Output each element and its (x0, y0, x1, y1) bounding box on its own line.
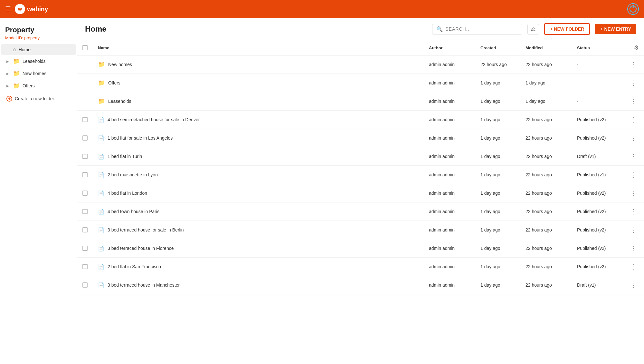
document-icon: 📄 (98, 209, 104, 215)
row-action-menu-button[interactable]: ⋮ (629, 207, 639, 216)
row-checkbox[interactable] (82, 282, 88, 288)
row-modified-cell: 22 hours ago (520, 258, 572, 276)
filter-button[interactable]: ⚖ (527, 24, 539, 34)
row-action-menu-button[interactable]: ⋮ (629, 244, 639, 253)
row-actions-cell: ⋮ (623, 276, 644, 294)
select-all-header (77, 40, 93, 55)
row-checkbox[interactable] (82, 246, 88, 251)
sidebar-item-label: Offers (23, 83, 35, 88)
table-row: 📁 Leaseholds admin admin 1 day ago 1 day… (77, 92, 644, 111)
create-new-folder-button[interactable]: + Create a new folder (1, 93, 76, 104)
col-header-created[interactable]: Created (475, 40, 520, 55)
row-author-cell: admin admin (424, 202, 475, 221)
row-author-cell: admin admin (424, 166, 475, 184)
search-input[interactable] (445, 26, 518, 32)
row-action-menu-button[interactable]: ⋮ (629, 280, 639, 290)
row-created-cell: 1 day ago (475, 147, 520, 166)
entry-name: New homes (108, 62, 132, 67)
col-header-name[interactable]: Name (93, 40, 424, 55)
row-created-cell: 1 day ago (475, 92, 520, 111)
sidebar: Property Model ID: property ⌂ Home ▶ 📁 L… (0, 18, 77, 364)
row-status-cell: Published (v2) (572, 202, 623, 221)
new-entry-button[interactable]: + NEW ENTRY (595, 24, 636, 34)
row-checkbox[interactable] (82, 227, 88, 232)
row-name-cell: 📁 New homes (93, 55, 424, 74)
row-status-cell: - (572, 55, 623, 74)
sidebar-model: Model ID: property (0, 35, 77, 44)
entry-name: 2 bed maisonette in Lyon (108, 172, 158, 177)
row-actions-cell: ⋮ (623, 184, 644, 202)
entry-name: 3 bed terraced house in Manchester (108, 282, 180, 288)
row-action-menu-button[interactable]: ⋮ (629, 262, 639, 271)
row-modified-cell: 22 hours ago (520, 147, 572, 166)
document-icon: 📄 (98, 172, 104, 178)
row-name-cell: 📄 2 bed maisonette in Lyon (93, 166, 424, 184)
row-checkbox[interactable] (82, 154, 88, 159)
row-status-cell: - (572, 92, 623, 111)
col-header-modified[interactable]: Modified ↓ (520, 40, 572, 55)
sidebar-item-new-homes[interactable]: ▶ 📁 New homes (1, 67, 76, 80)
row-created-cell: 22 hours ago (475, 55, 520, 74)
sidebar-item-offers[interactable]: ▶ 📁 Offers (1, 80, 76, 92)
row-checkbox[interactable] (82, 172, 88, 177)
row-checkbox[interactable] (82, 209, 88, 214)
row-name-cell: 📁 Leaseholds (93, 92, 424, 111)
row-author-cell: admin admin (424, 111, 475, 129)
folder-icon: 📁 (13, 82, 20, 89)
row-action-menu-button[interactable]: ⋮ (629, 225, 639, 234)
row-checkbox-cell (77, 184, 93, 202)
row-action-menu-button[interactable]: ⋮ (629, 133, 639, 143)
row-action-menu-button[interactable]: ⋮ (629, 97, 639, 106)
row-action-menu-button[interactable]: ⋮ (629, 189, 639, 198)
row-author-cell: admin admin (424, 74, 475, 92)
document-icon: 📄 (98, 282, 104, 288)
row-action-menu-button[interactable]: ⋮ (629, 60, 639, 69)
chevron-icon: ▶ (6, 60, 10, 63)
model-id: property (24, 35, 40, 40)
row-status-cell: Published (v2) (572, 184, 623, 202)
row-action-menu-button[interactable]: ⋮ (629, 170, 639, 179)
content-header: Home 🔍 ⚖ + NEW FOLDER + NEW ENTRY (77, 18, 644, 40)
row-action-menu-button[interactable]: ⋮ (629, 152, 639, 161)
row-name-cell: 📄 2 bed flat in San Francisco (93, 258, 424, 276)
row-status-cell: Published (v2) (572, 111, 623, 129)
row-checkbox[interactable] (82, 117, 88, 122)
row-action-menu-button[interactable]: ⋮ (629, 78, 639, 87)
row-modified-cell: 22 hours ago (520, 184, 572, 202)
row-modified-cell: 22 hours ago (520, 276, 572, 294)
document-icon: 📄 (98, 117, 104, 123)
hamburger-menu[interactable]: ☰ (5, 5, 11, 13)
row-action-menu-button[interactable]: ⋮ (629, 115, 639, 124)
row-checkbox[interactable] (82, 191, 88, 196)
col-header-author[interactable]: Author (424, 40, 475, 55)
new-folder-button[interactable]: + NEW FOLDER (544, 23, 590, 35)
col-header-status[interactable]: Status (572, 40, 623, 55)
top-navigation: ☰ w webiny (0, 0, 644, 18)
row-actions-cell: ⋮ (623, 55, 644, 74)
select-all-checkbox[interactable] (82, 45, 88, 50)
row-author-cell: admin admin (424, 129, 475, 147)
page-title: Home (85, 25, 427, 34)
row-status-cell: Published (v2) (572, 258, 623, 276)
row-checkbox[interactable] (82, 264, 88, 269)
row-actions-cell: ⋮ (623, 239, 644, 258)
row-checkbox-cell (77, 55, 93, 74)
power-button[interactable] (627, 3, 639, 15)
row-modified-cell: 22 hours ago (520, 221, 572, 239)
document-icon: 📄 (98, 245, 104, 251)
row-checkbox-cell (77, 92, 93, 111)
row-status-cell: Draft (v1) (572, 147, 623, 166)
row-checkbox[interactable] (82, 135, 88, 141)
table-row: 📄 2 bed flat in San Francisco admin admi… (77, 258, 644, 276)
settings-icon[interactable]: ⚙ (634, 44, 639, 51)
table-row: 📁 Offers admin admin 1 day ago 1 day ago… (77, 74, 644, 92)
table-wrap: Name Author Created Modified ↓ (77, 40, 644, 364)
sidebar-item-home[interactable]: ⌂ Home (1, 44, 76, 55)
row-checkbox-cell (77, 129, 93, 147)
row-status-cell: - (572, 74, 623, 92)
table-row: 📄 2 bed maisonette in Lyon admin admin 1… (77, 166, 644, 184)
sort-arrow-icon: ↓ (545, 46, 547, 50)
sidebar-item-label: Leaseholds (23, 59, 46, 64)
row-author-cell: admin admin (424, 239, 475, 258)
sidebar-item-leaseholds[interactable]: ▶ 📁 Leaseholds (1, 55, 76, 67)
